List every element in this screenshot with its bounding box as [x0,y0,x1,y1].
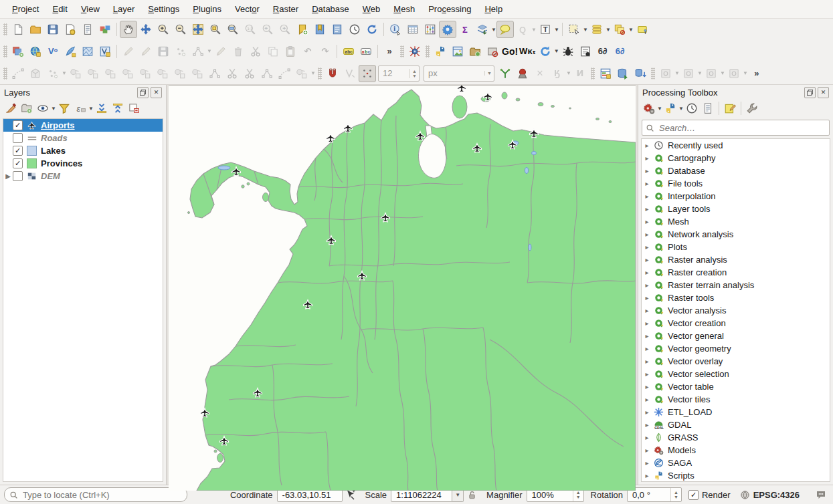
manage-map-themes[interactable] [35,100,51,116]
avoid-overlap[interactable] [514,65,531,82]
glasses-plugin[interactable]: 6∂ [594,43,612,60]
menu-view[interactable]: View [74,1,106,17]
options[interactable] [744,100,760,116]
map-tips[interactable] [496,21,514,38]
reshape-5[interactable] [136,65,154,82]
expander-icon[interactable]: ▸ [642,421,652,428]
pan-to-selection[interactable] [137,21,155,38]
locator-input[interactable] [21,489,182,501]
show-statistics[interactable]: Σ [456,21,474,38]
toolbox-item-grass[interactable]: ▸GRASS [642,431,830,444]
select-features-dropdown-icon[interactable]: ▼ [583,27,588,33]
zoom-out[interactable] [172,21,189,38]
toolbox-item-plots[interactable]: ▸Plots [642,241,830,253]
filter-by-expression-dropdown-icon[interactable]: ▼ [88,106,94,112]
open-attribute-table[interactable] [404,21,422,38]
toolbox-item-network-analysis[interactable]: ▸Network analysis [642,228,830,241]
reshape-6[interactable] [154,65,171,82]
filter-legend[interactable] [634,21,651,38]
pan-map[interactable] [120,21,137,38]
vertex-tool[interactable] [189,43,207,60]
merge-features[interactable] [258,65,276,82]
layer-checkbox[interactable]: ✓ [13,120,23,130]
reshape-2[interactable] [84,65,102,82]
expander-icon[interactable]: ▸ [642,332,652,340]
datasource-manager[interactable] [9,43,27,60]
mesh-calc-dropdown-icon[interactable]: ▼ [720,70,725,76]
crs-label[interactable]: EPSG:4326 [753,490,800,500]
menu-database[interactable]: Database [305,1,356,17]
new-bookmark[interactable] [294,21,311,38]
geometry-checker[interactable] [657,65,674,82]
data-source-manager-save[interactable] [474,21,491,38]
wkt-plugin[interactable]: Wᴋₜ [519,43,537,60]
save-project[interactable] [44,21,62,38]
reshape-7[interactable] [171,65,189,82]
layer-labeling[interactable] [340,43,357,60]
toolbox-search[interactable] [642,120,830,136]
menu-settings[interactable]: Settings [141,1,186,17]
render-checkbox[interactable]: ✓ [688,490,699,500]
etl-plugin[interactable] [406,43,424,60]
menu-vector[interactable]: Vector [228,1,266,17]
remove-layer[interactable] [126,100,142,116]
toolbox-item-scripts[interactable]: ▸Scripts [642,469,830,482]
toolbox-item-raster-creation[interactable]: ▸Raster creation [642,266,830,279]
expander-icon[interactable]: ▸ [642,256,652,263]
expander-icon[interactable]: ▸ [642,408,652,416]
fill-ring[interactable] [189,65,206,82]
temporal-controller[interactable] [346,21,363,38]
cad-tools[interactable] [9,65,27,82]
expander-icon[interactable]: ▸ [642,345,652,352]
zoom-in[interactable] [155,21,172,38]
split-features[interactable] [223,65,241,82]
select-by-form[interactable] [611,21,628,38]
menu-mesh[interactable]: Mesh [387,1,422,17]
expander-icon[interactable]: ▸ [642,447,652,454]
snap-tolerance[interactable]: 12▲▼ [378,66,420,82]
plugin-folder[interactable] [466,43,484,60]
snapping-type[interactable] [359,65,376,82]
toolbox-item-layer-tools[interactable]: ▸Layer tools [642,203,830,215]
results-viewer[interactable] [700,100,716,116]
new-project[interactable] [9,21,27,38]
trace-config-dropdown-icon[interactable]: ▼ [566,70,571,76]
layout-manager[interactable] [597,65,614,82]
layer-checkbox[interactable] [13,133,23,143]
menu-project[interactable]: Project [5,1,45,17]
expander-icon[interactable]: ▸ [642,243,652,251]
layer-item-dem[interactable]: ▶DEM [3,170,163,182]
identify-features[interactable] [387,21,404,38]
undock-icon[interactable] [137,87,149,98]
expander-icon[interactable]: ▸ [642,434,652,441]
plugin-notes[interactable] [577,43,594,60]
glasses-blue-plugin[interactable]: 6∂ [612,43,629,60]
toolbox-item-raster-analysis[interactable]: ▸Raster analysis [642,253,830,266]
paste-features[interactable] [282,43,299,60]
db-sync[interactable] [632,65,649,82]
menu-edit[interactable]: Edit [45,1,74,17]
topology-checker-dropdown-icon[interactable]: ▼ [697,70,703,76]
rotate-feature[interactable] [276,65,293,82]
toolbox-item-raster-terrain-analysis[interactable]: ▸Raster terrain analysis [642,279,830,291]
toolbox-item-vector-geometry[interactable]: ▸Vector geometry [642,342,830,355]
open-layer-styling[interactable] [3,100,19,116]
new-shapefile-layer[interactable] [96,43,114,60]
layer-checkbox[interactable] [13,171,23,181]
plugin-reload-dropdown-icon[interactable]: ▼ [554,48,559,54]
menu-plugins[interactable]: Plugins [186,1,228,17]
toolbox-item-interpolation[interactable]: ▸Interpolation [642,190,830,203]
menu-help[interactable]: Help [478,1,509,17]
show-bookmarks[interactable] [311,21,329,38]
deselect-features[interactable] [588,21,606,38]
toolbox-item-file-tools[interactable]: ▸File tools [642,177,830,190]
add-group[interactable] [19,100,35,116]
scripts-menu-dropdown-icon[interactable]: ▼ [678,106,684,112]
filter-legend-by-map[interactable] [56,100,72,116]
toggle-editing[interactable] [137,43,155,60]
new-from-template[interactable] [62,21,79,38]
history[interactable] [684,100,700,116]
reshape-3[interactable] [102,65,119,82]
digitize-shape-dropdown-icon[interactable]: ▼ [62,70,67,76]
zoom-to-selection[interactable] [207,21,224,38]
